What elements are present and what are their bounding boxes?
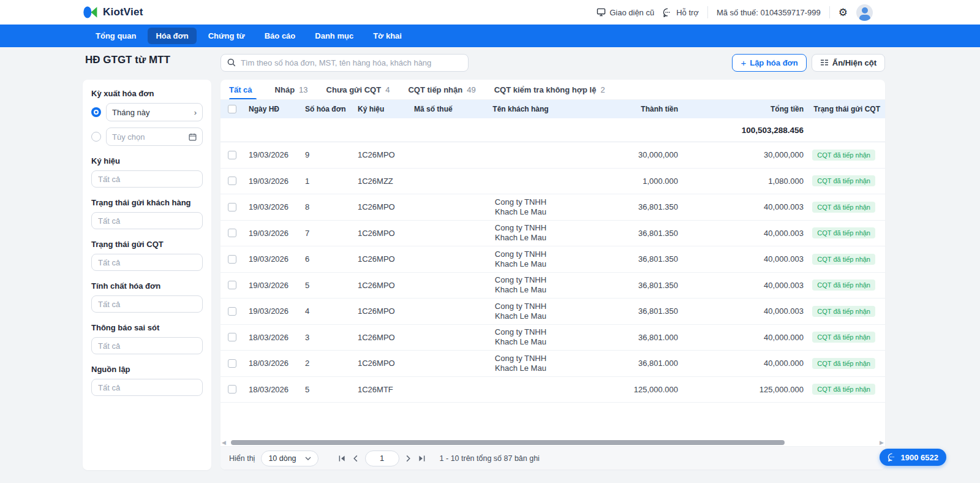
row-checkbox[interactable] <box>228 333 236 341</box>
chevron-down-icon <box>305 457 311 460</box>
cell-amount: 36,801.350 <box>576 254 683 264</box>
row-checkbox[interactable] <box>228 151 236 159</box>
row-checkbox[interactable] <box>228 385 236 394</box>
scrollbar-thumb[interactable] <box>231 440 785 445</box>
scroll-right-arrow[interactable]: ▶ <box>880 440 884 446</box>
col-header-tax-code: Mã số thuế <box>409 105 466 113</box>
cell-date: 19/03/2026 <box>244 281 300 290</box>
cell-invoice-no: 5 <box>300 281 353 290</box>
nav-item[interactable]: Tổng quan <box>88 28 144 44</box>
scroll-left-arrow[interactable]: ◀ <box>222 440 226 446</box>
cell-total: 40,000.000 <box>683 333 809 342</box>
filter-input[interactable] <box>91 337 203 354</box>
scrollbar-track[interactable] <box>227 440 878 445</box>
row-checkbox[interactable] <box>228 255 236 264</box>
table-row[interactable]: 19/03/2026 6 1C26MPO Cong ty TNHH Khach … <box>221 246 885 273</box>
table-row[interactable]: 19/03/2026 5 1C26MPO Cong ty TNHH Khach … <box>221 273 885 299</box>
divider <box>707 6 708 18</box>
cell-symbol: 1C26MPO <box>353 281 409 290</box>
calendar-icon <box>189 133 197 141</box>
customer-line2: Khach Le Mau <box>466 311 576 321</box>
cell-symbol: 1C26MZZ <box>353 177 409 186</box>
customer-line2: Khach Le Mau <box>466 363 576 373</box>
row-checkbox[interactable] <box>228 359 236 368</box>
table-row[interactable]: 19/03/2026 9 1C26MPO 30,000,000 30,000,0… <box>221 142 885 169</box>
nav-item[interactable]: Hóa đơn <box>148 28 196 44</box>
table-row[interactable]: 19/03/2026 8 1C26MPO Cong ty TNHH Khach … <box>221 194 885 221</box>
table-header: Ngày HĐ Số hóa đơn Ký hiệu Mã số thuế Tê… <box>221 100 885 118</box>
row-checkbox[interactable] <box>228 203 236 211</box>
filter-input[interactable] <box>91 212 203 229</box>
period-this-month-select[interactable]: Tháng này › <box>106 103 203 121</box>
create-invoice-label: Lập hóa đơn <box>750 58 798 67</box>
prev-page-button[interactable] <box>349 452 363 465</box>
table-row[interactable]: 18/03/2026 5 1C26MTF 125,000.000 125,000… <box>221 377 885 403</box>
pagination-footer: Hiển thị 10 dòng 1 - 10 trên tổng số 87 … <box>221 446 885 470</box>
table-row[interactable]: 19/03/2026 7 1C26MPO Cong ty TNHH Khach … <box>221 221 885 247</box>
old-interface-link[interactable]: Giao diện cũ <box>597 8 654 17</box>
create-invoice-button[interactable]: + Lập hóa đơn <box>732 54 806 72</box>
status-tab[interactable]: Tất cả <box>229 80 257 99</box>
first-page-button[interactable] <box>336 452 349 465</box>
cell-customer: Cong ty TNHH Khach Le Mau <box>466 354 576 374</box>
horizontal-scrollbar[interactable]: ◀ ▶ <box>221 439 885 446</box>
cell-amount: 36,801.000 <box>576 359 683 368</box>
table-row[interactable]: 19/03/2026 4 1C26MPO Cong ty TNHH Khach … <box>221 299 885 325</box>
customer-line1: Cong ty TNHH <box>466 249 576 259</box>
table-row[interactable]: 18/03/2026 3 1C26MPO Cong ty TNHH Khach … <box>221 325 885 351</box>
filter-label: Thông báo sai sót <box>91 323 203 332</box>
cell-customer: Cong ty TNHH Khach Le Mau <box>466 197 576 218</box>
toggle-columns-button[interactable]: Ẩn/Hiện cột <box>812 54 885 72</box>
row-checkbox[interactable] <box>228 229 236 237</box>
nav-item[interactable]: Chứng từ <box>200 28 253 44</box>
status-tab[interactable]: CQT kiểm tra không hợp lệ 2 <box>494 80 605 99</box>
last-page-button[interactable] <box>415 452 429 465</box>
nav-item[interactable]: Danh mục <box>307 28 361 44</box>
filter-input[interactable] <box>91 170 203 188</box>
filter-input[interactable] <box>91 295 203 313</box>
main-nav: Tổng quan Hóa đơn Chứng từ Báo cáo Danh … <box>0 25 980 47</box>
cell-invoice-no: 1 <box>300 177 353 186</box>
cell-date: 18/03/2026 <box>244 359 300 368</box>
row-checkbox[interactable] <box>228 281 236 289</box>
divider <box>829 6 830 18</box>
toolbar: + Lập hóa đơn Ẩn/Hiện cột <box>221 53 885 72</box>
status-tab[interactable]: Nháp 13 <box>275 80 308 99</box>
select-all-checkbox[interactable] <box>228 105 236 113</box>
search-box[interactable] <box>221 54 469 72</box>
nav-item[interactable]: Báo cáo <box>257 28 304 44</box>
period-custom-radio[interactable] <box>91 132 101 142</box>
cell-date: 19/03/2026 <box>244 177 300 186</box>
hotline-button[interactable]: 1900 6522 <box>880 449 946 466</box>
next-page-button[interactable] <box>402 452 415 465</box>
period-this-month-radio[interactable] <box>91 107 101 117</box>
cell-symbol: 1C26MPO <box>353 306 409 316</box>
support-link[interactable]: Hỗ trợ <box>663 8 699 17</box>
tab-count: 4 <box>385 85 390 94</box>
avatar[interactable] <box>856 4 873 21</box>
status-tab[interactable]: CQT tiếp nhận 49 <box>408 80 475 99</box>
cqt-status-badge: CQT đã tiếp nhận <box>812 227 875 238</box>
nav-item[interactable]: Tờ khai <box>365 28 410 44</box>
row-checkbox[interactable] <box>228 177 236 185</box>
period-custom-select[interactable]: Tùy chọn <box>106 127 203 146</box>
page-size-select[interactable]: 10 dòng <box>261 451 318 466</box>
filter-group: Trạng thái gửi CQT <box>91 240 203 271</box>
search-input[interactable] <box>241 58 462 67</box>
cell-amount: 36,801.350 <box>576 229 683 238</box>
cell-date: 18/03/2026 <box>244 333 300 342</box>
customer-line2: Khach Le Mau <box>466 259 576 269</box>
table-row[interactable]: 18/03/2026 2 1C26MPO Cong ty TNHH Khach … <box>221 351 885 377</box>
customer-line2: Khach Le Mau <box>466 207 576 217</box>
filter-input[interactable] <box>91 254 203 271</box>
gear-icon[interactable]: ⚙ <box>839 7 848 18</box>
status-tab[interactable]: Chưa gửi CQT 4 <box>326 80 390 99</box>
page-number-input[interactable] <box>365 451 399 466</box>
filter-input[interactable] <box>91 379 203 396</box>
table-row[interactable]: 19/03/2026 1 1C26MZZ 1,000.000 1,080.000… <box>221 169 885 195</box>
row-checkbox[interactable] <box>228 307 236 316</box>
cell-date: 19/03/2026 <box>244 254 300 264</box>
filter-group: Ký hiệu <box>91 156 203 188</box>
page-title: HĐ GTGT từ MTT <box>85 54 170 66</box>
customer-line1: Cong ty TNHH <box>466 327 576 337</box>
